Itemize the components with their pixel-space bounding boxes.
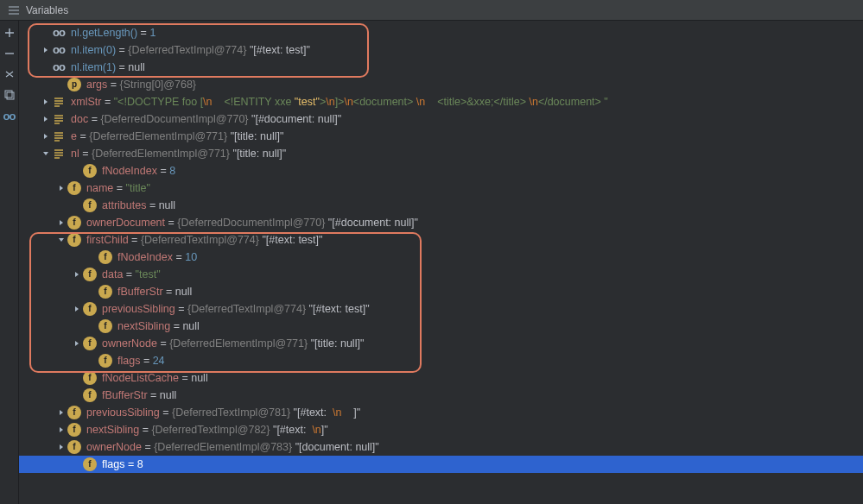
- variable-value-segment: {DeferredElementImpl@771}: [89, 128, 227, 145]
- variable-row[interactable]: ffBufferStr = null: [19, 283, 863, 300]
- watch-expression-icon: oo: [52, 60, 66, 74]
- chevron-right-icon[interactable]: [55, 184, 67, 192]
- variable-value-segment: =: [79, 145, 92, 162]
- chevron-right-icon[interactable]: [55, 408, 67, 417]
- variable-value-segment: "[document: null]": [292, 438, 379, 456]
- watch-icon[interactable]: oo: [3, 109, 16, 123]
- variable-row[interactable]: fnextSibling = null: [19, 318, 863, 335]
- variable-value-segment: "[#document: null]": [249, 110, 342, 128]
- variable-value-segment: {DeferredDocumentImpl@770}: [177, 214, 325, 231]
- chevron-right-icon[interactable]: [55, 218, 67, 227]
- variable-value-segment: {DeferredTextImpl@774}: [128, 41, 246, 59]
- variable-value-segment: null: [160, 387, 176, 404]
- variable-value-segment: =: [140, 352, 152, 369]
- gutter-toolbar: oo: [0, 21, 19, 504]
- chevron-right-icon[interactable]: [55, 425, 67, 434]
- variable-value-segment: "[#text: test]": [306, 300, 370, 318]
- variable-row[interactable]: fownerDocument = {DeferredDocumentImpl@7…: [19, 214, 863, 231]
- variable-name: fBufferStr: [102, 387, 148, 404]
- variable-value-segment: =: [148, 387, 160, 404]
- variable-row[interactable]: fpreviousSibling = {DeferredTextImpl@774…: [19, 300, 863, 318]
- field-icon: f: [83, 388, 97, 402]
- watch-expression-icon: oo: [52, 43, 66, 57]
- variable-value-segment: =: [165, 214, 177, 231]
- variable-value-segment: \n: [312, 421, 320, 438]
- variable-value-segment: =: [157, 162, 169, 180]
- variable-value-segment: \n: [333, 404, 341, 421]
- variable-value-segment: =: [139, 421, 151, 438]
- chevron-right-icon[interactable]: [71, 339, 83, 348]
- variable-row[interactable]: fflags = 8: [19, 456, 863, 473]
- variable-value-segment: =: [124, 456, 136, 473]
- variable-name: nextSibling: [117, 318, 170, 335]
- variable-value-segment: 8: [137, 456, 143, 473]
- variables-tree[interactable]: oonl.getLength() = 1oonl.item(0) = {Defe…: [19, 21, 863, 504]
- variable-row[interactable]: e = {DeferredElementImpl@771} "[title: n…: [19, 128, 863, 145]
- variable-value-segment: {DeferredTextImpl@782}: [151, 421, 270, 438]
- variable-name: nl: [71, 145, 79, 162]
- variable-value-segment: "[#text:: [270, 421, 312, 438]
- field-icon: f: [83, 337, 97, 350]
- variable-value-segment: 24: [153, 352, 165, 369]
- field-icon: f: [83, 268, 97, 281]
- variable-row[interactable]: ffirstChild = {DeferredTextImpl@774} "[#…: [19, 231, 863, 249]
- expand-collapse-icon[interactable]: [3, 67, 16, 81]
- variable-value-segment: "<!DOCTYPE foo [: [114, 93, 203, 110]
- variable-name: ownerNode: [86, 438, 142, 456]
- minus-icon[interactable]: [3, 47, 16, 60]
- variable-value-segment: \n: [529, 93, 537, 110]
- chevron-down-icon[interactable]: [55, 236, 67, 244]
- chevron-right-icon[interactable]: [40, 98, 52, 106]
- chevron-right-icon[interactable]: [71, 270, 83, 279]
- watch-expression-icon: oo: [52, 26, 66, 40]
- variable-name: flags: [117, 352, 140, 369]
- variable-value-segment: "[title: null]": [230, 145, 286, 162]
- variable-row[interactable]: ffNodeListCache = null: [19, 369, 863, 387]
- variable-name: flags: [102, 456, 124, 473]
- variable-value-segment: =: [129, 231, 141, 249]
- variable-row[interactable]: oonl.item(0) = {DeferredTextImpl@774} "[…: [19, 41, 863, 59]
- chevron-right-icon[interactable]: [40, 132, 52, 141]
- variable-row[interactable]: pargs = {String[0]@768}: [19, 76, 863, 93]
- field-icon: f: [98, 285, 112, 299]
- chevron-right-icon[interactable]: [40, 115, 52, 123]
- variable-row[interactable]: ffNodeIndex = 8: [19, 162, 863, 180]
- variable-value-segment: >: [320, 93, 326, 110]
- variable-row[interactable]: oonl.getLength() = 1: [19, 24, 863, 41]
- variable-row[interactable]: fownerNode = {DeferredElementImpl@771} "…: [19, 335, 863, 352]
- variable-value-segment: =: [170, 318, 182, 335]
- field-icon: f: [67, 440, 81, 454]
- chevron-right-icon[interactable]: [40, 46, 52, 54]
- field-icon: f: [67, 406, 81, 419]
- field-icon: f: [67, 233, 81, 247]
- variable-value-segment: "[#text:: [290, 404, 333, 421]
- copy-icon[interactable]: [3, 88, 16, 102]
- chevron-right-icon[interactable]: [55, 443, 67, 451]
- variable-row[interactable]: fownerNode = {DeferredElementImpl@783} "…: [19, 438, 863, 456]
- variable-row[interactable]: fname = "title": [19, 180, 863, 197]
- field-icon: f: [67, 423, 81, 437]
- variable-row[interactable]: xmlStr = "<!DOCTYPE foo [\n <!ENTITY xxe…: [19, 93, 863, 110]
- variable-row[interactable]: fflags = 24: [19, 352, 863, 369]
- chevron-right-icon[interactable]: [71, 305, 83, 313]
- variable-row[interactable]: fdata = "test": [19, 266, 863, 283]
- variable-value-segment: <!ENTITY xxe: [213, 93, 295, 110]
- variable-row[interactable]: fnextSibling = {DeferredTextImpl@782} "[…: [19, 421, 863, 438]
- variable-row[interactable]: fattributes = null: [19, 197, 863, 214]
- variable-row[interactable]: fpreviousSibling = {DeferredTextImpl@781…: [19, 404, 863, 421]
- hamburger-icon[interactable]: [7, 3, 21, 17]
- plus-icon[interactable]: [3, 26, 16, 40]
- chevron-down-icon[interactable]: [40, 149, 52, 158]
- variable-value-segment: =: [137, 24, 149, 41]
- variable-name: e: [71, 128, 77, 145]
- variable-row[interactable]: ffNodeIndex = 10: [19, 249, 863, 266]
- variable-name: args: [86, 76, 107, 93]
- variable-value-segment: {DeferredTextImpl@774}: [141, 231, 259, 249]
- variable-row[interactable]: ffBufferStr = null: [19, 387, 863, 404]
- variable-row[interactable]: oonl.item(1) = null: [19, 59, 863, 76]
- variable-row[interactable]: nl = {DeferredElementImpl@771} "[title: …: [19, 145, 863, 162]
- variable-value-segment: 8: [169, 162, 175, 180]
- variable-value-segment: =: [179, 369, 191, 387]
- variable-row[interactable]: doc = {DeferredDocumentImpl@770} "[#docu…: [19, 110, 863, 128]
- field-icon: f: [98, 354, 112, 368]
